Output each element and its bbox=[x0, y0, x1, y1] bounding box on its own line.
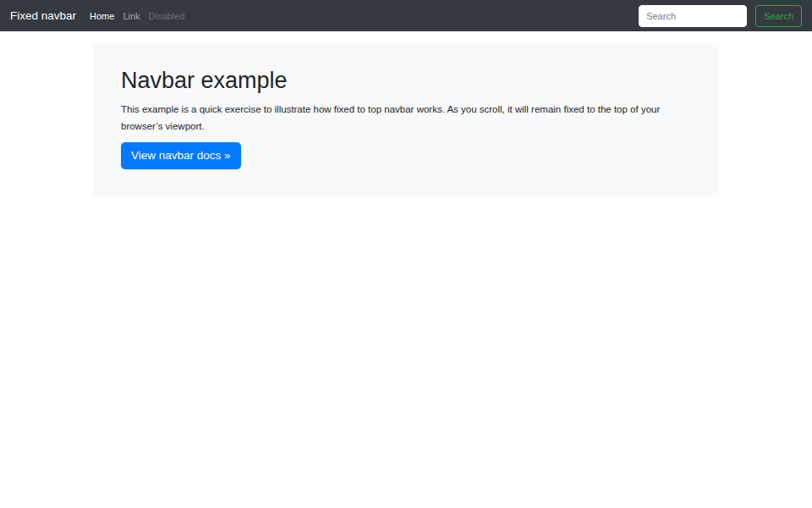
nav-item-link[interactable]: Link bbox=[118, 11, 144, 21]
page-title: Navbar example bbox=[121, 69, 691, 92]
page-description: This example is a quick exercise to illu… bbox=[121, 101, 691, 135]
search-form: Search bbox=[639, 5, 802, 27]
search-button[interactable]: Search bbox=[755, 5, 802, 27]
top-navbar: Fixed navbar Home Link Disabled Search bbox=[0, 0, 812, 31]
nav-item-home[interactable]: Home bbox=[85, 11, 118, 21]
nav-item-disabled: Disabled bbox=[145, 11, 189, 21]
search-input[interactable] bbox=[639, 5, 747, 27]
navbar-nav: Home Link Disabled bbox=[85, 11, 189, 21]
view-navbar-docs-button[interactable]: View navbar docs » bbox=[121, 142, 241, 169]
hero-panel: Navbar example This example is a quick e… bbox=[93, 44, 719, 196]
navbar-brand[interactable]: Fixed navbar bbox=[10, 0, 76, 31]
